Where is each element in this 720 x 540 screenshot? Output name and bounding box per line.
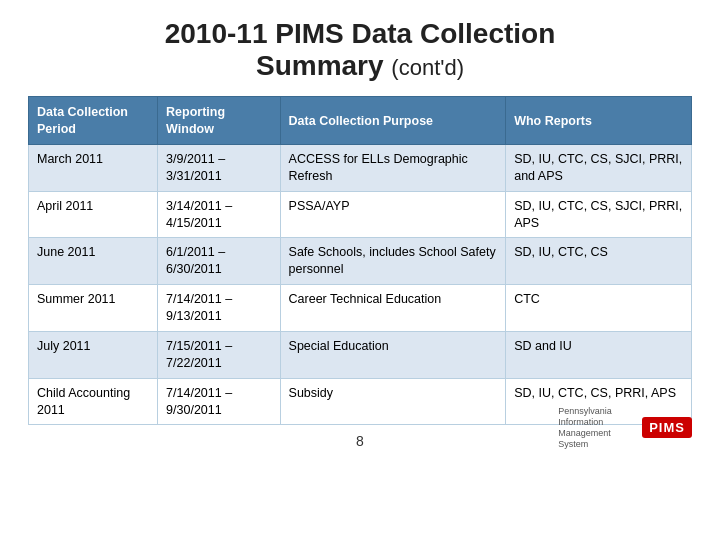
footer: 8 Pennsylvania InformationManagement Sys…	[28, 433, 692, 449]
col-header-window: Reporting Window	[158, 97, 280, 145]
col-header-who: Who Reports	[506, 97, 692, 145]
cell-period: Child Accounting 2011	[29, 378, 158, 425]
cell-period: June 2011	[29, 238, 158, 285]
cell-purpose: Special Education	[280, 331, 506, 378]
cell-who: SD, IU, CTC, CS, SJCI, PRRI, APS	[506, 191, 692, 238]
page-title: 2010-11 PIMS Data Collection Summary (co…	[28, 18, 692, 82]
pims-logo-mark: PIMS	[642, 417, 692, 438]
cell-who: SD and IU	[506, 331, 692, 378]
table-row: April 20113/14/2011 – 4/15/2011PSSA/AYPS…	[29, 191, 692, 238]
cell-window: 3/14/2011 – 4/15/2011	[158, 191, 280, 238]
table-header-row: Data Collection Period Reporting Window …	[29, 97, 692, 145]
table-row: June 20116/1/2011 – 6/30/2011Safe School…	[29, 238, 692, 285]
col-header-period: Data Collection Period	[29, 97, 158, 145]
cell-window: 6/1/2011 – 6/30/2011	[158, 238, 280, 285]
cell-who: SD, IU, CTC, CS	[506, 238, 692, 285]
cell-window: 7/15/2011 – 7/22/2011	[158, 331, 280, 378]
cell-window: 3/9/2011 – 3/31/2011	[158, 144, 280, 191]
col-header-purpose: Data Collection Purpose	[280, 97, 506, 145]
page: 2010-11 PIMS Data Collection Summary (co…	[0, 0, 720, 540]
cell-purpose: Subsidy	[280, 378, 506, 425]
title-contd: (cont'd)	[391, 55, 464, 80]
cell-purpose: ACCESS for ELLs Demographic Refresh	[280, 144, 506, 191]
cell-period: Summer 2011	[29, 285, 158, 332]
title-sub: Summary	[256, 50, 384, 81]
cell-window: 7/14/2011 – 9/13/2011	[158, 285, 280, 332]
cell-window: 7/14/2011 – 9/30/2011	[158, 378, 280, 425]
cell-period: July 2011	[29, 331, 158, 378]
table-row: Summer 20117/14/2011 – 9/13/2011Career T…	[29, 285, 692, 332]
title-main: 2010-11 PIMS Data Collection	[165, 18, 556, 49]
data-table: Data Collection Period Reporting Window …	[28, 96, 692, 425]
table-row: March 20113/9/2011 – 3/31/2011ACCESS for…	[29, 144, 692, 191]
cell-purpose: Safe Schools, includes School Safety per…	[280, 238, 506, 285]
cell-purpose: PSSA/AYP	[280, 191, 506, 238]
cell-period: April 2011	[29, 191, 158, 238]
cell-who: CTC	[506, 285, 692, 332]
pims-logo: Pennsylvania InformationManagement Syste…	[558, 406, 692, 449]
cell-period: March 2011	[29, 144, 158, 191]
table-row: July 20117/15/2011 – 7/22/2011Special Ed…	[29, 331, 692, 378]
cell-purpose: Career Technical Education	[280, 285, 506, 332]
cell-who: SD, IU, CTC, CS, SJCI, PRRI, and APS	[506, 144, 692, 191]
pims-logo-subtext: Pennsylvania InformationManagement Syste…	[558, 406, 638, 449]
